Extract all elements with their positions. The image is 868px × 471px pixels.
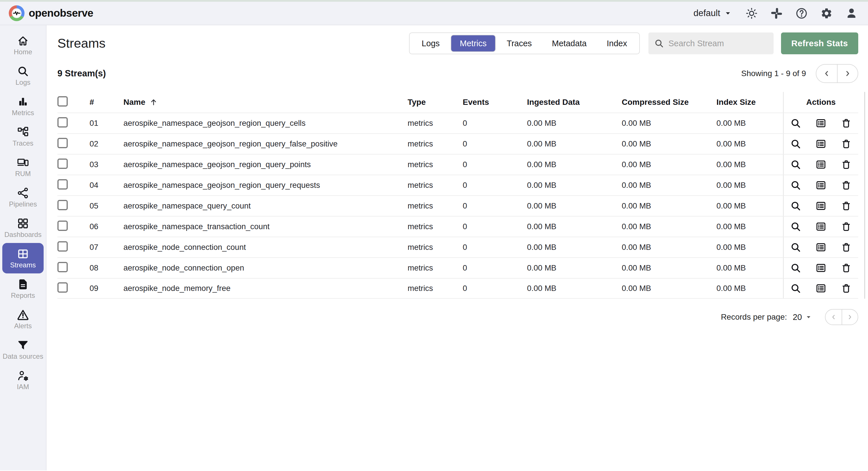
stream-details-button[interactable] bbox=[815, 283, 826, 294]
sidebar-item-reports[interactable]: Reports bbox=[2, 273, 43, 304]
stream-type: metrics bbox=[408, 243, 463, 252]
explore-stream-button[interactable] bbox=[790, 201, 801, 211]
column-header-actions: Actions bbox=[783, 92, 858, 113]
stream-name: aerospike_namespace_query_count bbox=[123, 201, 408, 210]
stream-ingested-data: 0.00 MB bbox=[527, 263, 622, 272]
delete-stream-button[interactable] bbox=[841, 139, 851, 149]
stream-details-button[interactable] bbox=[815, 180, 826, 191]
stream-details-button[interactable] bbox=[815, 159, 826, 170]
top-pagination bbox=[816, 64, 858, 83]
stream-details-button[interactable] bbox=[815, 201, 826, 211]
column-header-name[interactable]: Name bbox=[123, 98, 408, 107]
explore-stream-button[interactable] bbox=[790, 263, 801, 273]
sidebar-item-streams[interactable]: Streams bbox=[2, 243, 43, 273]
sidebar-item-label: IAM bbox=[17, 383, 29, 390]
list-details-icon bbox=[815, 180, 826, 191]
sidebar-item-pipelines[interactable]: Pipelines bbox=[2, 182, 43, 212]
tab-logs[interactable]: Logs bbox=[413, 35, 448, 51]
explore-stream-button[interactable] bbox=[790, 283, 801, 294]
sidebar-item-data-sources[interactable]: Data sources bbox=[2, 334, 43, 365]
stream-details-button[interactable] bbox=[815, 221, 826, 232]
account-button[interactable] bbox=[845, 7, 858, 20]
row-actions bbox=[783, 237, 858, 257]
stream-details-button[interactable] bbox=[815, 263, 826, 273]
explore-stream-button[interactable] bbox=[790, 242, 801, 253]
organization-selector[interactable]: default bbox=[693, 8, 732, 19]
row-checkbox[interactable] bbox=[57, 282, 68, 293]
column-header-index-size: Index Size bbox=[716, 98, 783, 107]
app-bar: openobserve default bbox=[0, 2, 868, 25]
next-page-button[interactable] bbox=[842, 310, 858, 325]
row-actions bbox=[783, 113, 858, 133]
stream-index-size: 0.00 MB bbox=[716, 160, 783, 169]
settings-button[interactable] bbox=[820, 7, 833, 20]
next-page-button[interactable] bbox=[837, 65, 858, 82]
row-checkbox[interactable] bbox=[57, 138, 68, 148]
row-checkbox[interactable] bbox=[57, 158, 68, 169]
sort-ascending-icon bbox=[149, 98, 158, 107]
delete-stream-button[interactable] bbox=[841, 180, 851, 191]
slack-button[interactable] bbox=[770, 7, 783, 20]
help-button[interactable] bbox=[795, 7, 808, 20]
column-header-compressed-size: Compressed Size bbox=[622, 98, 716, 107]
chevron-down-icon bbox=[805, 313, 812, 321]
explore-stream-button[interactable] bbox=[790, 118, 801, 129]
delete-stream-button[interactable] bbox=[841, 242, 851, 253]
explore-stream-button[interactable] bbox=[790, 159, 801, 170]
stream-details-button[interactable] bbox=[815, 242, 826, 253]
previous-page-button[interactable] bbox=[826, 310, 842, 325]
sidebar-item-iam[interactable]: IAM bbox=[2, 365, 43, 395]
stream-details-button[interactable] bbox=[815, 139, 826, 149]
stream-index-size: 0.00 MB bbox=[716, 243, 783, 252]
row-checkbox[interactable] bbox=[57, 241, 68, 252]
devices-icon bbox=[17, 156, 29, 169]
records-per-page-select[interactable]: 20 bbox=[793, 313, 812, 322]
theme-toggle-button[interactable] bbox=[745, 7, 758, 20]
sidebar-item-label: Pipelines bbox=[9, 201, 37, 208]
stream-compressed-size: 0.00 MB bbox=[622, 181, 716, 190]
delete-stream-button[interactable] bbox=[841, 221, 851, 232]
explore-stream-button[interactable] bbox=[790, 139, 801, 149]
stream-details-button[interactable] bbox=[815, 118, 826, 129]
explore-stream-button[interactable] bbox=[790, 180, 801, 191]
openobserve-logo[interactable]: openobserve bbox=[9, 5, 93, 21]
table-row: 06 aerospike_namespace_transaction_count… bbox=[57, 216, 858, 237]
delete-stream-button[interactable] bbox=[841, 118, 851, 129]
sidebar-item-traces[interactable]: Traces bbox=[2, 121, 43, 152]
sidebar-item-rum[interactable]: RUM bbox=[2, 152, 43, 182]
table-row: 03 aerospike_namespace_geojson_region_qu… bbox=[57, 154, 858, 175]
trash-icon bbox=[841, 118, 851, 129]
sidebar-item-logs[interactable]: Logs bbox=[2, 60, 43, 91]
delete-stream-button[interactable] bbox=[841, 263, 851, 273]
select-all-checkbox[interactable] bbox=[57, 96, 68, 107]
tab-traces[interactable]: Traces bbox=[498, 35, 540, 51]
tab-index[interactable]: Index bbox=[598, 35, 636, 51]
stream-type: metrics bbox=[408, 139, 463, 148]
sidebar: Home Logs Metrics Traces RUM Pipelines D… bbox=[0, 25, 46, 470]
sidebar-item-home[interactable]: Home bbox=[2, 30, 43, 60]
stream-events: 0 bbox=[463, 201, 527, 210]
delete-stream-button[interactable] bbox=[841, 201, 851, 211]
stream-ingested-data: 0.00 MB bbox=[527, 222, 622, 231]
search-stream-input[interactable] bbox=[669, 39, 768, 48]
row-checkbox[interactable] bbox=[57, 179, 68, 189]
refresh-stats-button[interactable]: Refresh Stats bbox=[781, 32, 858, 54]
sidebar-item-alerts[interactable]: Alerts bbox=[2, 304, 43, 334]
sidebar-item-metrics[interactable]: Metrics bbox=[2, 91, 43, 121]
previous-page-button[interactable] bbox=[816, 65, 837, 82]
row-checkbox[interactable] bbox=[57, 262, 68, 272]
stream-compressed-size: 0.00 MB bbox=[622, 243, 716, 252]
tab-metadata[interactable]: Metadata bbox=[544, 35, 595, 51]
row-checkbox[interactable] bbox=[57, 200, 68, 210]
tab-metrics[interactable]: Metrics bbox=[451, 35, 495, 51]
sidebar-item-dashboards[interactable]: Dashboards bbox=[2, 212, 43, 243]
row-number: 02 bbox=[90, 139, 123, 148]
stream-compressed-size: 0.00 MB bbox=[622, 222, 716, 231]
page-title: Streams bbox=[57, 36, 105, 51]
delete-stream-button[interactable] bbox=[841, 283, 851, 294]
row-checkbox[interactable] bbox=[57, 117, 68, 127]
explore-stream-button[interactable] bbox=[790, 221, 801, 232]
trash-icon bbox=[841, 221, 851, 232]
row-checkbox[interactable] bbox=[57, 220, 68, 231]
delete-stream-button[interactable] bbox=[841, 159, 851, 170]
